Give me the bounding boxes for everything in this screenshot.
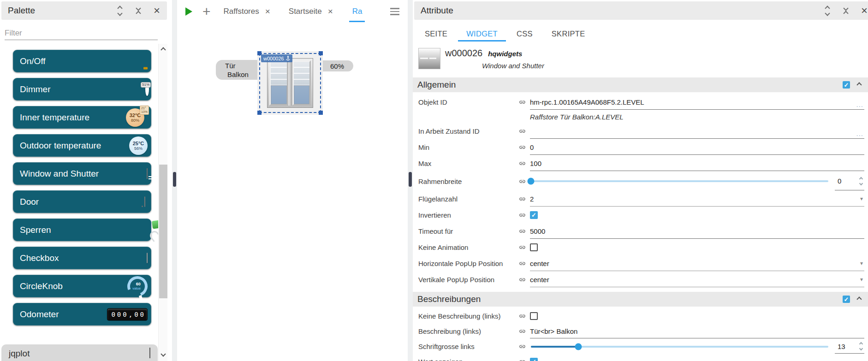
- link-icon[interactable]: [519, 228, 530, 235]
- link-icon[interactable]: [519, 328, 530, 335]
- chevron-down-icon: ▾: [860, 260, 863, 266]
- beschreibung-links-field[interactable]: Tür<br> Balkon: [530, 324, 864, 338]
- keine-animation-checkbox[interactable]: [530, 243, 538, 251]
- link-icon[interactable]: [519, 343, 530, 350]
- unfold-icon[interactable]: [113, 4, 126, 18]
- link-icon[interactable]: [519, 358, 530, 361]
- link-icon[interactable]: [519, 212, 530, 219]
- in-arbeit-field[interactable]: ...: [530, 124, 864, 139]
- tab-skripte[interactable]: SKRIPTE: [552, 27, 585, 38]
- palette-item-checkbox[interactable]: Checkbox: [13, 247, 151, 269]
- tab-startseite[interactable]: Startseite ×: [289, 6, 333, 17]
- link-icon[interactable]: [519, 128, 530, 135]
- spinner-icon[interactable]: [859, 177, 863, 186]
- widget-set-name: hqwidgets: [488, 50, 522, 58]
- palette-item-outdoor-temperature[interactable]: Outdoor temperature 25°C 56%: [13, 134, 151, 157]
- tab-css[interactable]: CSS: [517, 27, 533, 38]
- chevron-down-icon: ▾: [860, 276, 863, 283]
- link-icon[interactable]: [519, 160, 530, 167]
- collapse-icon[interactable]: [839, 4, 852, 18]
- wert-anzeigen-checkbox[interactable]: [530, 358, 538, 361]
- spinner-icon[interactable]: [859, 342, 863, 351]
- circle-knob-icon: 60 value: [127, 276, 148, 296]
- section-checkbox[interactable]: [843, 296, 850, 303]
- link-icon[interactable]: [519, 195, 530, 202]
- scrollbar-thumb[interactable]: [159, 165, 167, 298]
- collapse-icon[interactable]: [132, 4, 145, 18]
- link-icon[interactable]: [519, 99, 530, 106]
- window-sash-left: [269, 60, 288, 106]
- palette-item-onoff[interactable]: On/Off: [13, 50, 151, 72]
- palette-item-door[interactable]: Door: [13, 190, 151, 213]
- selection-handle[interactable]: [319, 51, 323, 55]
- splitter-handle[interactable]: [173, 172, 176, 187]
- tab-close-icon[interactable]: ×: [328, 6, 333, 17]
- timeout-field[interactable]: 5000: [530, 224, 864, 239]
- objekt-id-row: Objekt ID hm-rpc.1.00165A49A068F5.2.LEVE…: [418, 95, 864, 110]
- hamburger-menu-icon[interactable]: [390, 8, 399, 15]
- palette-item-circleknob[interactable]: CircleKnob 60 value: [13, 275, 151, 297]
- objekt-id-field[interactable]: hm-rpc.1.00165A49A068F5.2.LEVEL ...: [530, 95, 864, 110]
- slider-thumb[interactable]: [575, 343, 582, 350]
- play-button[interactable]: [185, 7, 192, 16]
- max-field[interactable]: 100: [530, 156, 864, 171]
- palette-item-window-shutter[interactable]: Window and Shutter: [13, 162, 151, 185]
- link-icon[interactable]: [519, 313, 530, 320]
- selected-widget[interactable]: w000026: [257, 51, 323, 115]
- field-label: Horizontale PopUp Position: [418, 260, 519, 267]
- slider-thumb[interactable]: [528, 178, 535, 185]
- close-icon[interactable]: ×: [858, 4, 868, 18]
- tab-widget[interactable]: WIDGET: [466, 27, 498, 38]
- rahmenbreite-number[interactable]: 0: [835, 172, 864, 190]
- keine-beschreibung-checkbox[interactable]: [530, 312, 538, 320]
- tab-active[interactable]: Ra: [352, 7, 363, 16]
- palette-item-label: Inner temperature: [20, 112, 89, 123]
- section-beschreibungen-header[interactable]: Beschreibungen: [413, 292, 868, 307]
- scroll-down-button[interactable]: [159, 350, 168, 358]
- tab-label: Startseite: [289, 7, 322, 16]
- palette-item-inner-temperature[interactable]: Inner temperature 32°C 80% 21°10%: [13, 106, 151, 129]
- link-icon[interactable]: [519, 244, 530, 251]
- selection-handle[interactable]: [257, 111, 262, 115]
- schriftgrosse-number[interactable]: 13: [835, 339, 864, 354]
- filter-input[interactable]: [5, 27, 158, 40]
- scroll-up-button[interactable]: [159, 46, 168, 54]
- rahmenbreite-slider[interactable]: [530, 178, 829, 184]
- add-tab-button[interactable]: +: [202, 6, 211, 18]
- section-allgemein-header[interactable]: Allgemein: [413, 77, 868, 92]
- fluegelanzahl-select[interactable]: 2 ▾: [530, 191, 864, 207]
- attribute-panel: Attribute × SEITE WIDGET CSS SKRIPTE w00…: [413, 0, 868, 361]
- field-label: Rahmenbreite: [418, 178, 519, 185]
- jqplot-group-header[interactable]: jqplot: [1, 344, 158, 361]
- palette-item-label: Door: [20, 197, 39, 207]
- invertieren-checkbox[interactable]: [530, 211, 538, 219]
- select-id-button[interactable]: ...: [856, 130, 863, 137]
- select-id-button[interactable]: ...: [856, 101, 863, 108]
- unfold-icon[interactable]: [821, 4, 834, 18]
- section-collapse-icon[interactable]: [855, 81, 863, 89]
- splitter-handle[interactable]: [409, 172, 412, 187]
- min-field[interactable]: 0: [530, 140, 864, 155]
- section-checkbox[interactable]: [843, 81, 850, 89]
- tab-seite[interactable]: SEITE: [425, 27, 447, 38]
- palette-item-label: Odometer: [20, 309, 59, 320]
- vertikale-popup-select[interactable]: center ▾: [530, 272, 864, 287]
- link-icon[interactable]: [519, 260, 530, 267]
- palette-item-dimmer[interactable]: Dimmer 51%: [13, 78, 151, 101]
- link-icon[interactable]: [519, 144, 530, 151]
- palette-item-sperren[interactable]: Sperren: [13, 219, 151, 241]
- palette-scrollbar[interactable]: [158, 44, 167, 361]
- selection-handle[interactable]: [319, 111, 323, 115]
- vertikale-popup-row: Vertikale PopUp Position center ▾: [418, 272, 864, 287]
- section-collapse-icon[interactable]: [855, 295, 863, 303]
- schriftgrosse-slider[interactable]: [530, 343, 829, 350]
- tab-close-icon[interactable]: ×: [265, 6, 270, 17]
- horizontale-popup-select[interactable]: center ▾: [530, 256, 864, 271]
- palette-item-odometer[interactable]: Odometer 000,00: [13, 303, 151, 325]
- close-icon[interactable]: ×: [150, 4, 163, 18]
- widget-info: w000026 hqwidgets Window and Shutter: [418, 48, 868, 72]
- tab-raffstores[interactable]: Raffstores ×: [224, 6, 270, 17]
- field-label: Invertieren: [418, 211, 519, 219]
- link-icon[interactable]: [519, 276, 530, 283]
- window-widget[interactable]: [267, 58, 313, 108]
